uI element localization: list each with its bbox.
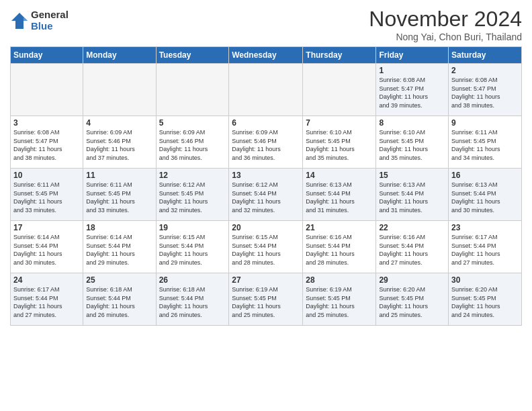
calendar-page: General Blue November 2024 Nong Yai, Cho… xyxy=(0,0,532,411)
day-number: 23 xyxy=(451,223,519,232)
calendar-row: 10Sunrise: 6:11 AM Sunset: 5:45 PM Dayli… xyxy=(11,169,522,221)
calendar-cell: 30Sunrise: 6:20 AM Sunset: 5:45 PM Dayli… xyxy=(449,273,522,326)
day-number: 13 xyxy=(232,171,300,180)
day-number: 5 xyxy=(159,118,226,128)
calendar-body: 1Sunrise: 6:08 AM Sunset: 5:47 PM Daylig… xyxy=(11,64,522,326)
calendar-cell: 18Sunrise: 6:14 AM Sunset: 5:44 PM Dayli… xyxy=(83,221,156,273)
day-number: 10 xyxy=(13,171,80,180)
calendar-cell: 6Sunrise: 6:09 AM Sunset: 5:46 PM Daylig… xyxy=(229,116,303,169)
day-number: 15 xyxy=(379,171,445,180)
day-number: 27 xyxy=(232,275,300,285)
calendar-cell: 7Sunrise: 6:10 AM Sunset: 5:45 PM Daylig… xyxy=(303,116,376,169)
title-section: November 2024 Nong Yai, Chon Buri, Thail… xyxy=(369,7,522,42)
day-number: 26 xyxy=(159,275,226,285)
calendar-row: 1Sunrise: 6:08 AM Sunset: 5:47 PM Daylig… xyxy=(11,64,522,116)
day-info: Sunrise: 6:15 AM Sunset: 5:44 PM Dayligh… xyxy=(232,233,300,267)
day-info: Sunrise: 6:14 AM Sunset: 5:44 PM Dayligh… xyxy=(13,233,80,267)
day-info: Sunrise: 6:20 AM Sunset: 5:45 PM Dayligh… xyxy=(379,285,445,319)
day-number: 3 xyxy=(13,118,80,128)
header: General Blue November 2024 Nong Yai, Cho… xyxy=(10,7,522,42)
calendar-cell: 25Sunrise: 6:18 AM Sunset: 5:44 PM Dayli… xyxy=(83,273,156,326)
calendar-header: Sunday Monday Tuesday Wednesday Thursday… xyxy=(11,47,522,64)
calendar-cell: 19Sunrise: 6:15 AM Sunset: 5:44 PM Dayli… xyxy=(156,221,229,273)
day-number: 20 xyxy=(232,223,300,232)
day-info: Sunrise: 6:18 AM Sunset: 5:44 PM Dayligh… xyxy=(159,285,226,319)
day-number: 30 xyxy=(451,275,519,285)
day-number: 7 xyxy=(306,118,373,128)
calendar-cell: 3Sunrise: 6:08 AM Sunset: 5:47 PM Daylig… xyxy=(11,116,83,169)
calendar-cell xyxy=(11,64,83,116)
day-info: Sunrise: 6:19 AM Sunset: 5:45 PM Dayligh… xyxy=(232,285,300,319)
day-number: 14 xyxy=(306,171,373,180)
calendar-row: 24Sunrise: 6:17 AM Sunset: 5:44 PM Dayli… xyxy=(11,273,522,326)
day-info: Sunrise: 6:16 AM Sunset: 5:44 PM Dayligh… xyxy=(306,233,373,267)
calendar-cell: 20Sunrise: 6:15 AM Sunset: 5:44 PM Dayli… xyxy=(229,221,303,273)
calendar-cell: 17Sunrise: 6:14 AM Sunset: 5:44 PM Dayli… xyxy=(11,221,83,273)
day-info: Sunrise: 6:10 AM Sunset: 5:45 PM Dayligh… xyxy=(306,128,373,162)
day-number: 6 xyxy=(232,118,300,128)
day-number: 1 xyxy=(379,66,445,75)
day-info: Sunrise: 6:16 AM Sunset: 5:44 PM Dayligh… xyxy=(379,233,445,267)
header-row: Sunday Monday Tuesday Wednesday Thursday… xyxy=(11,47,522,64)
month-title: November 2024 xyxy=(369,7,522,32)
calendar-cell xyxy=(156,64,229,116)
calendar-cell: 16Sunrise: 6:13 AM Sunset: 5:44 PM Dayli… xyxy=(449,169,522,221)
col-tuesday: Tuesday xyxy=(156,47,229,64)
logo-text: General Blue xyxy=(31,9,69,32)
day-info: Sunrise: 6:17 AM Sunset: 5:44 PM Dayligh… xyxy=(13,285,80,319)
col-friday: Friday xyxy=(376,47,449,64)
calendar-cell: 14Sunrise: 6:13 AM Sunset: 5:44 PM Dayli… xyxy=(303,169,376,221)
calendar-cell: 28Sunrise: 6:19 AM Sunset: 5:45 PM Dayli… xyxy=(303,273,376,326)
calendar-cell: 22Sunrise: 6:16 AM Sunset: 5:44 PM Dayli… xyxy=(376,221,449,273)
logo-blue: Blue xyxy=(31,21,69,32)
day-number: 16 xyxy=(451,171,519,180)
day-info: Sunrise: 6:10 AM Sunset: 5:45 PM Dayligh… xyxy=(379,128,445,162)
day-info: Sunrise: 6:20 AM Sunset: 5:45 PM Dayligh… xyxy=(451,285,519,319)
col-monday: Monday xyxy=(83,47,156,64)
day-info: Sunrise: 6:09 AM Sunset: 5:46 PM Dayligh… xyxy=(159,128,226,162)
day-info: Sunrise: 6:12 AM Sunset: 5:44 PM Dayligh… xyxy=(232,181,300,214)
day-info: Sunrise: 6:18 AM Sunset: 5:44 PM Dayligh… xyxy=(86,285,152,319)
day-info: Sunrise: 6:17 AM Sunset: 5:44 PM Dayligh… xyxy=(451,233,519,267)
day-number: 8 xyxy=(379,118,445,128)
calendar-cell: 2Sunrise: 6:08 AM Sunset: 5:47 PM Daylig… xyxy=(449,64,522,116)
calendar-cell: 24Sunrise: 6:17 AM Sunset: 5:44 PM Dayli… xyxy=(11,273,83,326)
calendar-cell: 26Sunrise: 6:18 AM Sunset: 5:44 PM Dayli… xyxy=(156,273,229,326)
day-info: Sunrise: 6:13 AM Sunset: 5:44 PM Dayligh… xyxy=(379,181,445,214)
day-info: Sunrise: 6:13 AM Sunset: 5:44 PM Dayligh… xyxy=(306,181,373,214)
calendar-cell: 23Sunrise: 6:17 AM Sunset: 5:44 PM Dayli… xyxy=(449,221,522,273)
logo-general: General xyxy=(31,9,69,21)
day-info: Sunrise: 6:09 AM Sunset: 5:46 PM Dayligh… xyxy=(86,128,152,162)
calendar-row: 17Sunrise: 6:14 AM Sunset: 5:44 PM Dayli… xyxy=(11,221,522,273)
calendar-cell xyxy=(229,64,303,116)
day-info: Sunrise: 6:08 AM Sunset: 5:47 PM Dayligh… xyxy=(379,76,445,109)
day-number: 2 xyxy=(451,66,519,75)
calendar-cell: 15Sunrise: 6:13 AM Sunset: 5:44 PM Dayli… xyxy=(376,169,449,221)
day-number: 25 xyxy=(86,275,152,285)
day-info: Sunrise: 6:19 AM Sunset: 5:45 PM Dayligh… xyxy=(306,285,373,319)
location: Nong Yai, Chon Buri, Thailand xyxy=(369,32,522,42)
day-number: 24 xyxy=(13,275,80,285)
col-wednesday: Wednesday xyxy=(229,47,303,64)
day-number: 17 xyxy=(13,223,80,232)
day-info: Sunrise: 6:13 AM Sunset: 5:44 PM Dayligh… xyxy=(451,181,519,214)
day-info: Sunrise: 6:09 AM Sunset: 5:46 PM Dayligh… xyxy=(232,128,300,162)
day-info: Sunrise: 6:08 AM Sunset: 5:47 PM Dayligh… xyxy=(13,128,80,162)
day-number: 28 xyxy=(306,275,373,285)
col-sunday: Sunday xyxy=(11,47,83,64)
calendar-cell xyxy=(83,64,156,116)
calendar-cell: 13Sunrise: 6:12 AM Sunset: 5:44 PM Dayli… xyxy=(229,169,303,221)
day-number: 18 xyxy=(86,223,152,232)
calendar-cell: 4Sunrise: 6:09 AM Sunset: 5:46 PM Daylig… xyxy=(83,116,156,169)
calendar-cell: 9Sunrise: 6:11 AM Sunset: 5:45 PM Daylig… xyxy=(449,116,522,169)
day-info: Sunrise: 6:14 AM Sunset: 5:44 PM Dayligh… xyxy=(86,233,152,267)
day-number: 19 xyxy=(159,223,226,232)
logo: General Blue xyxy=(10,9,69,32)
day-number: 12 xyxy=(159,171,226,180)
logo-icon xyxy=(10,11,29,30)
day-number: 29 xyxy=(379,275,445,285)
day-info: Sunrise: 6:11 AM Sunset: 5:45 PM Dayligh… xyxy=(451,128,519,162)
calendar-cell: 10Sunrise: 6:11 AM Sunset: 5:45 PM Dayli… xyxy=(11,169,83,221)
day-number: 22 xyxy=(379,223,445,232)
day-number: 4 xyxy=(86,118,152,128)
